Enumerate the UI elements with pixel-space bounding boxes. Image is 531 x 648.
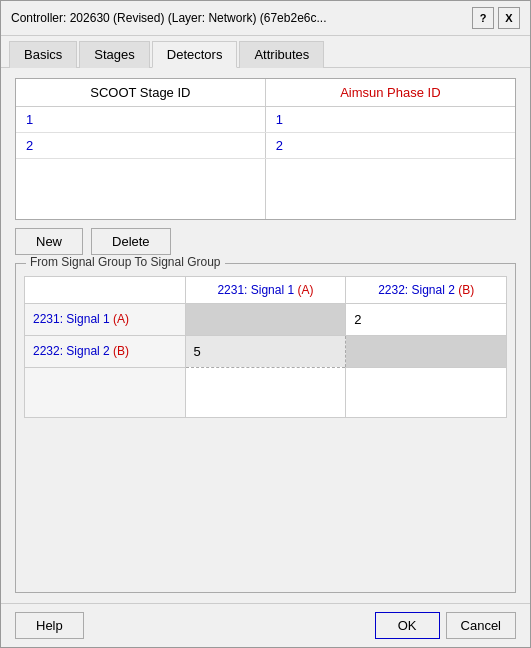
- stage-table: SCOOT Stage ID Aimsun Phase ID 1 1 2 2: [16, 79, 515, 219]
- col-aimsun-header: Aimsun Phase ID: [265, 79, 515, 107]
- tab-stages[interactable]: Stages: [79, 41, 149, 68]
- signal-group-table-container: 2231: Signal 1 (A) 2232: Signal 2 (B) 22…: [24, 276, 507, 419]
- signal-group-legend: From Signal Group To Signal Group: [26, 255, 225, 269]
- sg-cell-1-2[interactable]: 2: [346, 303, 506, 335]
- scoot-id-2[interactable]: 2: [16, 133, 265, 159]
- sg-header-empty: [25, 277, 185, 304]
- tab-detectors[interactable]: Detectors: [152, 41, 238, 68]
- table-row: 1 1: [16, 107, 515, 133]
- table-row: 2 2: [16, 133, 515, 159]
- window-title: Controller: 202630 (Revised) (Layer: Net…: [11, 11, 326, 25]
- sg-empty-2: [346, 367, 506, 417]
- signal-group-table: 2231: Signal 1 (A) 2232: Signal 2 (B) 22…: [25, 277, 506, 418]
- signal-group-section: From Signal Group To Signal Group 2231: …: [15, 263, 516, 594]
- action-buttons: New Delete: [15, 228, 516, 255]
- title-controls: ? X: [472, 7, 520, 29]
- bottom-bar: Help OK Cancel: [1, 603, 530, 647]
- bottom-right-buttons: OK Cancel: [375, 612, 516, 639]
- sg-header-signal1: 2231: Signal 1 (A): [185, 277, 346, 304]
- tab-basics[interactable]: Basics: [9, 41, 77, 68]
- main-content: SCOOT Stage ID Aimsun Phase ID 1 1 2 2: [1, 68, 530, 603]
- aimsun-id-1[interactable]: 1: [265, 107, 515, 133]
- sg-row-label-1: 2231: Signal 1 (A): [25, 303, 185, 335]
- empty-cell: [265, 159, 515, 219]
- title-bar: Controller: 202630 (Revised) (Layer: Net…: [1, 1, 530, 36]
- sg-header-signal2: 2232: Signal 2 (B): [346, 277, 506, 304]
- sg-cell-2-2[interactable]: [346, 335, 506, 367]
- col-scoot-header: SCOOT Stage ID: [16, 79, 265, 107]
- sg-row-empty: [25, 367, 506, 417]
- main-window: Controller: 202630 (Revised) (Layer: Net…: [0, 0, 531, 648]
- sg-cell-1-1[interactable]: [185, 303, 346, 335]
- sg-empty-label: [25, 367, 185, 417]
- cancel-button[interactable]: Cancel: [446, 612, 516, 639]
- aimsun-id-2[interactable]: 2: [265, 133, 515, 159]
- help-button[interactable]: ?: [472, 7, 494, 29]
- sg-row-2: 2232: Signal 2 (B) 5: [25, 335, 506, 367]
- close-button[interactable]: X: [498, 7, 520, 29]
- sg-row-label-2: 2232: Signal 2 (B): [25, 335, 185, 367]
- scoot-id-1[interactable]: 1: [16, 107, 265, 133]
- sg-row-1: 2231: Signal 1 (A) 2: [25, 303, 506, 335]
- delete-button[interactable]: Delete: [91, 228, 171, 255]
- new-button[interactable]: New: [15, 228, 83, 255]
- table-row-empty: [16, 159, 515, 219]
- ok-button[interactable]: OK: [375, 612, 440, 639]
- sg-cell-2-1[interactable]: 5: [185, 335, 346, 367]
- empty-cell: [16, 159, 265, 219]
- tabs-bar: Basics Stages Detectors Attributes: [1, 36, 530, 68]
- sg-empty-1: [185, 367, 346, 417]
- stage-table-container: SCOOT Stage ID Aimsun Phase ID 1 1 2 2: [15, 78, 516, 220]
- help-button[interactable]: Help: [15, 612, 84, 639]
- tab-attributes[interactable]: Attributes: [239, 41, 324, 68]
